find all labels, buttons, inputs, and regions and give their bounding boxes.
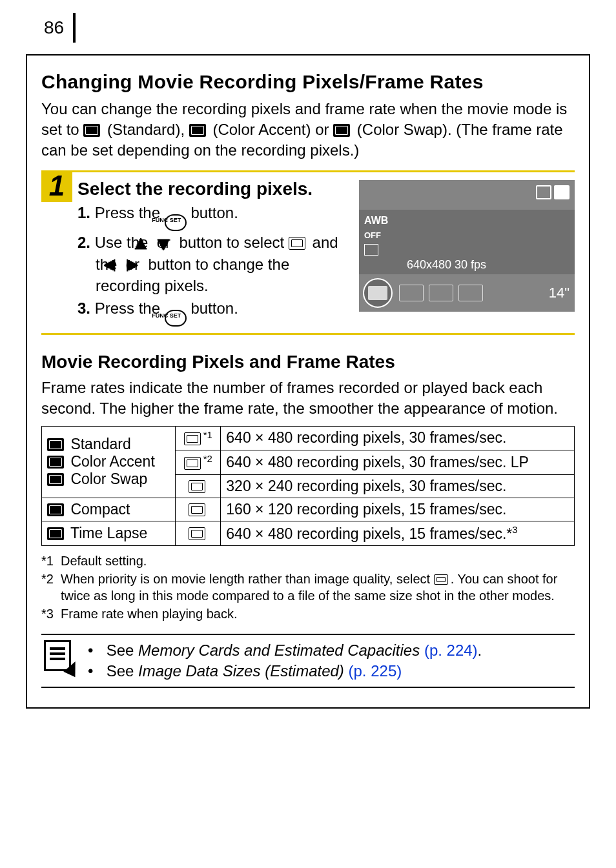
- preview-left-col: AWB OFF: [364, 215, 388, 256]
- step-body: AWB OFF 640x480 30 fps 14" Select the re…: [77, 179, 575, 328]
- preview-metering-icon: [364, 244, 378, 256]
- desc-cell: 640 × 480 recording pixels, 30 frames/se…: [221, 450, 575, 475]
- func-set-button-icon-2: FUNC SET: [165, 310, 187, 327]
- color-accent-icon: [47, 456, 64, 469]
- footnote-key: *3: [41, 605, 61, 622]
- content-frame: Changing Movie Recording Pixels/Frame Ra…: [26, 54, 590, 709]
- note-link[interactable]: (p. 224): [420, 641, 477, 659]
- spec-table: Standard Color Accent Color Swap *1 640 …: [41, 426, 575, 546]
- movie-standard-icon: [47, 438, 64, 451]
- pix-cell: [176, 474, 221, 498]
- desc-cell: 320 × 240 recording pixels, 30 frames/se…: [221, 474, 575, 498]
- mode-label: Color Swap: [67, 470, 147, 487]
- preview-awb: AWB: [364, 215, 388, 227]
- footnote-2: *2When priority is on movie length rathe…: [41, 570, 575, 604]
- pix-cell: *2: [176, 450, 221, 475]
- modes-cell: Time Lapse: [42, 521, 176, 545]
- substep-3-num: 3.: [77, 299, 90, 317]
- footnote-1: *1Default setting.: [41, 552, 575, 569]
- preview-off: OFF: [364, 230, 388, 240]
- res-640-icon: [189, 527, 205, 540]
- desc-cell: 160 × 120 recording pixels, 15 frames/se…: [221, 498, 575, 521]
- res-160-icon: [189, 503, 205, 516]
- section2-intro: Frame rates indicate the number of frame…: [41, 378, 575, 419]
- page-number: 86: [44, 17, 64, 38]
- intro-text-b: (Standard),: [103, 121, 189, 138]
- note-item-1: See Memory Cards and Estimated Capacitie…: [88, 640, 482, 661]
- footnote-text-a: When priority is on movie length rather …: [61, 572, 434, 586]
- note-link[interactable]: (p. 225): [344, 662, 402, 680]
- preview-res-opt-3: [458, 285, 483, 301]
- res-640lp-icon: [184, 457, 201, 470]
- res-640-icon: [289, 237, 305, 250]
- time-lapse-icon: [47, 527, 64, 540]
- pix-cell: [176, 498, 221, 521]
- camera-preview: AWB OFF 640x480 30 fps 14": [359, 180, 575, 312]
- preview-bottom-row: 14": [363, 278, 570, 308]
- color-swap-icon: [333, 124, 350, 137]
- note-italic: Image Data Sizes (Estimated): [138, 662, 344, 680]
- section-heading-1: Changing Movie Recording Pixels/Frame Ra…: [41, 71, 575, 94]
- res-640-icon: [184, 432, 201, 445]
- color-accent-icon: [189, 124, 206, 137]
- desc-cell: 640 × 480 recording pixels, 30 frames/se…: [221, 426, 575, 450]
- note-dot: .: [478, 641, 482, 659]
- preview-selected-res: [363, 278, 393, 308]
- mode-label: Standard: [67, 436, 131, 452]
- modes-cell: Compact: [42, 498, 176, 521]
- footnote-text: When priority is on movie length rather …: [61, 570, 575, 604]
- sup: *2: [203, 453, 212, 464]
- res-640lp-icon: [434, 574, 448, 585]
- preview-res-opt-2: [429, 285, 453, 301]
- preview-top-icons: [536, 185, 570, 199]
- res-320-icon: [189, 480, 205, 493]
- substep-2-text-c: button to select: [175, 234, 289, 251]
- preview-camera-icon: [536, 185, 551, 199]
- section-heading-2: Movie Recording Pixels and Frame Rates: [41, 352, 575, 372]
- desc-text: 640 × 480 recording pixels, 15 frames/se…: [226, 525, 512, 542]
- footnote-text: Frame rate when playing back.: [61, 605, 237, 622]
- step-block: 1 AWB OFF 640x480 30 fps: [41, 170, 575, 335]
- preview-res-opt-1: [399, 285, 424, 301]
- footnote-key: *2: [41, 570, 61, 604]
- page: 86 Changing Movie Recording Pixels/Frame…: [0, 0, 616, 734]
- pix-cell: *1: [176, 426, 221, 450]
- footnotes: *1Default setting. *2When priority is on…: [41, 552, 575, 622]
- compact-icon: [47, 503, 64, 516]
- section1-intro: You can change the recording pixels and …: [41, 99, 575, 161]
- mode-label: Color Accent: [67, 453, 155, 470]
- mode-label: Compact: [67, 501, 130, 518]
- mode-label: Time Lapse: [67, 525, 147, 541]
- footnote-text: Default setting.: [61, 552, 147, 569]
- step-number: 1: [41, 172, 72, 202]
- movie-standard-icon: [83, 124, 100, 137]
- preview-time: 14": [549, 285, 570, 301]
- substep-2-num: 2.: [77, 234, 90, 251]
- note-icon: [44, 640, 77, 674]
- desc-cell: 640 × 480 recording pixels, 15 frames/se…: [221, 521, 575, 545]
- note-item-2: See Image Data Sizes (Estimated) (p. 225…: [88, 661, 482, 681]
- modes-cell: Standard Color Accent Color Swap: [42, 426, 176, 498]
- footnote-3: *3Frame rate when playing back.: [41, 605, 575, 622]
- footnote-key: *1: [41, 552, 61, 569]
- intro-text-c: (Color Accent) or: [209, 121, 333, 138]
- note-list: See Memory Cards and Estimated Capacitie…: [88, 640, 482, 682]
- sup: 3: [512, 524, 517, 535]
- note-text: See: [107, 662, 138, 680]
- preview-movie-icon: [554, 185, 570, 199]
- page-header: 86: [0, 13, 616, 43]
- note-box: See Memory Cards and Estimated Capacitie…: [41, 634, 575, 689]
- sup: *1: [203, 429, 212, 440]
- substep-1-text-b: button.: [187, 204, 238, 221]
- table-row: Compact 160 × 120 recording pixels, 15 f…: [42, 498, 575, 521]
- substep-1-num: 1.: [77, 204, 90, 221]
- preview-selected-res-inner: [368, 286, 387, 300]
- func-set-button-icon: FUNC SET: [165, 214, 187, 231]
- table-row: Time Lapse 640 × 480 recording pixels, 1…: [42, 521, 575, 545]
- note-text: See: [107, 641, 138, 659]
- color-swap-icon: [47, 473, 64, 486]
- header-divider: [73, 13, 76, 43]
- preview-osd: 640x480 30 fps: [407, 258, 486, 272]
- note-italic: Memory Cards and Estimated Capacities: [138, 641, 420, 659]
- substep-3-text-b: button.: [187, 299, 238, 317]
